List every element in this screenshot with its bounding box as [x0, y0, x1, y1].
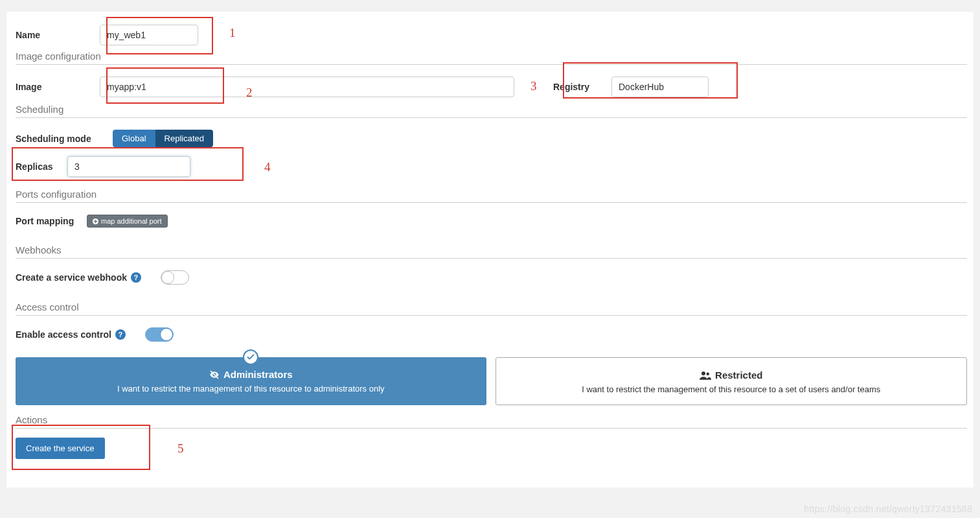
map-additional-port-button[interactable]: map additional port: [87, 215, 168, 228]
svg-point-3: [707, 372, 710, 375]
annotation-3: 3: [530, 79, 537, 93]
help-icon[interactable]: ?: [131, 272, 141, 283]
restricted-card-desc: I want to restrict the management of thi…: [509, 384, 954, 394]
scheduling-mode-label: Scheduling mode: [16, 134, 113, 144]
section-ports-config: Ports configuration: [16, 189, 967, 203]
annotation-5: 5: [177, 441, 184, 456]
help-icon[interactable]: ?: [115, 329, 126, 340]
create-service-button[interactable]: Create the service: [16, 438, 105, 459]
annotation-4: 4: [264, 160, 271, 174]
replicas-label: Replicas: [16, 161, 67, 172]
access-control-toggle[interactable]: [145, 327, 174, 342]
image-input[interactable]: [100, 77, 514, 97]
access-card-restricted[interactable]: Restricted I want to restrict the manage…: [496, 357, 968, 405]
plus-icon: [93, 218, 98, 224]
scheduling-global-button[interactable]: Global: [113, 130, 155, 147]
name-input[interactable]: [100, 25, 198, 45]
restricted-card-title: Restricted: [715, 370, 762, 381]
section-access-control: Access control: [16, 301, 967, 316]
annotation-2: 2: [246, 86, 253, 100]
check-icon: [243, 349, 258, 365]
enable-access-control-label: Enable access control: [16, 329, 111, 340]
registry-label: Registry: [553, 82, 611, 92]
section-actions: Actions: [16, 414, 967, 429]
registry-select[interactable]: [611, 77, 709, 97]
section-webhooks: Webhooks: [16, 244, 967, 259]
users-icon: [700, 371, 711, 380]
scheduling-replicated-button[interactable]: Replicated: [155, 130, 213, 147]
create-webhook-label: Create a service webhook: [16, 272, 127, 283]
image-label: Image: [16, 82, 100, 92]
replicas-input[interactable]: [67, 156, 190, 177]
scheduling-mode-toggle: Global Replicated: [113, 130, 213, 147]
admin-card-desc: I want to restrict the management of thi…: [28, 384, 473, 394]
port-mapping-label: Port mapping: [16, 216, 87, 226]
webhook-toggle[interactable]: [161, 270, 189, 285]
eye-off-icon: [209, 370, 220, 380]
annotation-1: 1: [229, 26, 236, 40]
access-card-administrators[interactable]: Administrators I want to restrict the ma…: [16, 357, 486, 405]
admin-card-title: Administrators: [223, 369, 293, 380]
map-port-label: map additional port: [101, 217, 162, 225]
name-label: Name: [16, 30, 100, 40]
section-scheduling: Scheduling: [16, 104, 967, 118]
section-image-config: Image configuration: [16, 51, 967, 65]
svg-point-2: [701, 371, 705, 375]
